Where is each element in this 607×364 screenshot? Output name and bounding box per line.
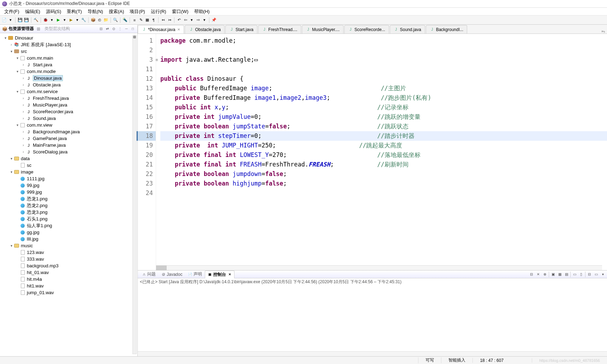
dropdown-icon[interactable]: ▾ (202, 17, 207, 23)
tree-item[interactable]: ›JMusicPlayer.java (0, 102, 137, 108)
tree-item[interactable]: ▾image (0, 169, 137, 175)
code-line[interactable] (160, 46, 607, 55)
menu-item[interactable]: 文件(F) (1, 8, 22, 16)
tree-item[interactable]: ▾data (0, 155, 137, 162)
view-menu-icon[interactable]: ⋮ (118, 26, 123, 31)
code-line[interactable]: private boolean jumpdown=false; (160, 169, 607, 179)
code-line[interactable]: private boolean jumpState=false; //跳跃状态 (160, 122, 607, 131)
console-tool-icon[interactable]: ▭ (593, 272, 599, 277)
tree-item[interactable]: 石头1.png (0, 216, 137, 222)
console-output[interactable] (138, 286, 607, 351)
tree-item[interactable]: ▾com.mr.main (0, 55, 137, 61)
tree-item[interactable]: ›JSound.java (0, 115, 137, 122)
external-icon[interactable]: 🔧 (81, 17, 87, 23)
collapse-all-icon[interactable]: ⊟ (99, 26, 103, 31)
code-line[interactable]: private int jumpValue=0; //跳跃的增变量 (160, 112, 607, 122)
tree-item[interactable]: ▾com.mr.service (0, 88, 137, 95)
project-tree[interactable]: ▾Dinosaur›📚JRE 系统库 [JavaSE-13]▾src▾com.m… (0, 33, 137, 356)
mark-icon[interactable]: ✎ (138, 17, 144, 23)
open-type-icon[interactable]: 🔍 (113, 17, 118, 23)
tree-item[interactable]: 999.jpg (0, 189, 137, 195)
tree-item[interactable]: hit_01.wav (0, 269, 137, 276)
twisty-icon[interactable]: › (21, 63, 26, 67)
editor-tab[interactable]: JFreshThread.... (258, 25, 301, 34)
code-line[interactable] (160, 188, 607, 198)
editor-tab[interactable]: J*Dinosaur.java✕ (138, 25, 184, 34)
forward-icon[interactable]: ⇨ (195, 17, 201, 23)
console-tool-icon[interactable]: ⊟ (587, 272, 592, 277)
code-area[interactable]: package com.mr.modle;import java.awt.Rec… (156, 34, 607, 270)
new-class-icon[interactable]: © (97, 17, 102, 23)
whitespace-icon[interactable]: ¶ (151, 17, 156, 23)
dropdown-icon[interactable]: ▾ (49, 17, 55, 23)
coverage-icon[interactable]: ▶ (68, 17, 74, 23)
code-line[interactable]: public class Dinosaur { (160, 74, 607, 84)
search-icon[interactable]: 🔦 (122, 17, 128, 23)
save-icon[interactable]: 💾 (17, 17, 23, 23)
pin-icon[interactable]: 📌 (211, 17, 217, 23)
last-edit-icon[interactable]: ↶ (176, 17, 182, 23)
annotation-next-icon[interactable]: ↣ (167, 17, 172, 23)
dropdown-icon[interactable]: ▾ (75, 17, 80, 23)
console-tool-icon[interactable]: ▤ (564, 272, 569, 277)
tree-item[interactable]: ›JScoreRecorder.java (0, 108, 137, 115)
close-icon[interactable]: ✕ (177, 28, 180, 31)
bottom-tab-声明[interactable]: 📄声明 (185, 271, 205, 278)
tree-item[interactable]: llll.jpg (0, 236, 137, 242)
code-line[interactable]: public int x,y; //记录坐标 (160, 103, 607, 112)
code-line[interactable]: private BufferedImage image1,image2,imag… (160, 93, 607, 103)
tree-item[interactable]: 333.wav (0, 256, 137, 262)
console-tool-icon[interactable]: ▦ (557, 272, 563, 277)
type-hierarchy-icon[interactable]: ⊞ (37, 26, 40, 31)
code-line[interactable]: public BufferedImage image; //主图片 (160, 84, 607, 93)
editor-tab[interactable]: JBackgroundI... (426, 25, 467, 34)
editor-tab[interactable]: JScoreRecorde... (344, 25, 389, 34)
toggle-breadcrumb-icon[interactable]: ≡ (132, 17, 137, 23)
twisty-icon[interactable]: ▾ (15, 123, 20, 127)
code-line[interactable]: private boolean highjump=false; (160, 179, 607, 188)
tree-item[interactable]: sc (0, 162, 137, 169)
console-tool-icon[interactable]: ▣ (550, 272, 556, 277)
console-tool-icon[interactable]: ⊗ (542, 272, 548, 277)
editor-hscroll[interactable] (156, 265, 602, 270)
twisty-icon[interactable]: › (21, 143, 26, 147)
tree-item[interactable]: hit1.wav (0, 283, 137, 289)
tabs-overflow-icon[interactable]: »₅ (599, 29, 607, 34)
console-tool-icon[interactable]: ▾ (600, 272, 606, 277)
tree-item[interactable]: ▾com.mr.modle (0, 68, 137, 75)
tree-item[interactable]: ›📚JRE 系统库 [JavaSE-13] (0, 41, 137, 48)
twisty-icon[interactable]: › (21, 136, 26, 140)
twisty-icon[interactable]: › (9, 43, 14, 47)
bottom-tab-控制台[interactable]: ▣控制台✕ (205, 271, 234, 278)
twisty-icon[interactable]: ▾ (9, 170, 14, 174)
menu-item[interactable]: 源码(S) (43, 8, 64, 16)
menu-item[interactable]: 运行(R) (148, 8, 169, 16)
secondary-view-label[interactable]: 类型层次结构 (44, 26, 70, 32)
twisty-icon[interactable]: › (21, 83, 26, 87)
code-line[interactable]: private final int LOWEST_Y=270; //落地最低坐标 (160, 150, 607, 160)
tree-item[interactable]: ›JGamePanel.java (0, 135, 137, 142)
new-icon[interactable]: 📄 (1, 17, 7, 23)
console-tool-icon[interactable]: ⊟ (529, 272, 534, 277)
tree-item[interactable]: ▾Dinosaur (0, 35, 137, 41)
link-editor-icon[interactable]: ⇄ (105, 26, 110, 31)
tree-item[interactable]: 恐龙2.png (0, 202, 137, 209)
console-hscroll[interactable] (138, 351, 607, 356)
focus-icon[interactable]: ⊙ (111, 26, 116, 31)
twisty-icon[interactable]: ▾ (9, 244, 14, 248)
dropdown-icon[interactable]: ▾ (62, 17, 67, 23)
editor-tab[interactable]: JSound.java (390, 25, 425, 34)
tree-scrollbar[interactable] (132, 35, 137, 354)
tree-item[interactable]: ›JDinosaur.java (0, 75, 137, 81)
code-line[interactable]: private int stepTimer=0; //踏步计时器 (160, 131, 607, 141)
twisty-icon[interactable]: › (21, 116, 26, 120)
console-tool-icon[interactable]: ✕ (535, 272, 541, 277)
tree-item[interactable]: 99.jpg (0, 182, 137, 189)
tree-item[interactable]: ›JObstacle.java (0, 81, 137, 88)
menu-item[interactable]: 帮助(H) (191, 8, 213, 16)
console-tool-icon[interactable]: ▯ (578, 272, 584, 277)
minimize-icon[interactable]: ─ (124, 26, 129, 31)
tree-item[interactable]: ›JMainFrame.java (0, 142, 137, 148)
twisty-icon[interactable]: › (21, 103, 26, 107)
twisty-icon[interactable]: ▾ (15, 90, 20, 93)
